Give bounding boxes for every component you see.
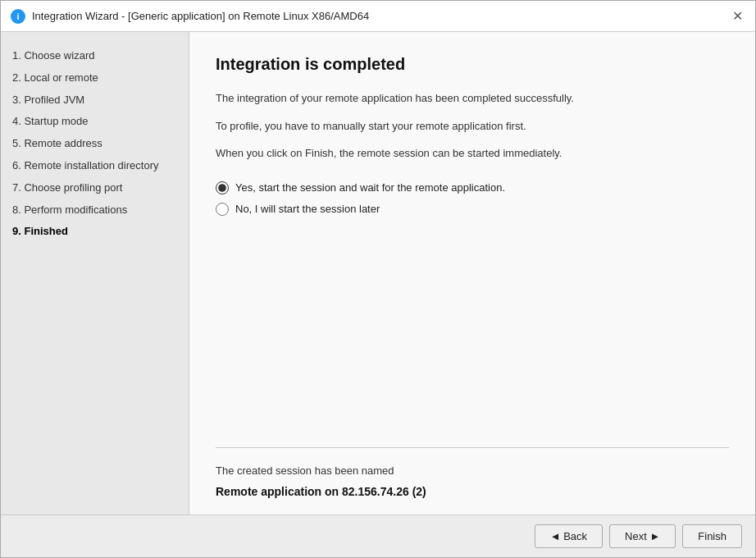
titlebar-left: i Integration Wizard - [Generic applicat… xyxy=(11,9,369,24)
application-window: i Integration Wizard - [Generic applicat… xyxy=(0,0,756,558)
app-icon: i xyxy=(11,9,25,24)
session-name-value: Remote application on 82.156.74.26 (2) xyxy=(216,485,729,498)
window-title: Integration Wizard - [Generic applicatio… xyxy=(32,10,369,22)
sidebar: 1. Choose wizard 2. Local or remote 3. P… xyxy=(1,32,189,515)
content-area: 1. Choose wizard 2. Local or remote 3. P… xyxy=(1,32,755,515)
radio-yes-label: Yes, start the session and wait for the … xyxy=(235,181,505,194)
sidebar-item-step7[interactable]: 7. Choose profiling port xyxy=(9,177,180,199)
titlebar: i Integration Wizard - [Generic applicat… xyxy=(1,1,755,32)
sidebar-item-step8[interactable]: 8. Perform modifications xyxy=(9,199,180,222)
radio-no-input[interactable] xyxy=(216,203,229,216)
divider xyxy=(216,447,729,448)
next-button[interactable]: Next ► xyxy=(609,524,676,548)
session-created-label: The created session has been named xyxy=(216,464,729,477)
radio-no-item[interactable]: No, I will start the session later xyxy=(216,203,729,216)
sidebar-item-step1[interactable]: 1. Choose wizard xyxy=(9,45,180,67)
page-title: Integration is completed xyxy=(216,55,729,74)
sidebar-item-step4[interactable]: 4. Startup mode xyxy=(9,111,180,133)
main-panel: Integration is completed The integration… xyxy=(189,32,755,515)
text-profile-instruction: To profile, you have to manually start y… xyxy=(216,118,729,135)
finish-button[interactable]: Finish xyxy=(682,524,742,548)
radio-yes-input[interactable] xyxy=(216,181,229,194)
sidebar-item-step9[interactable]: 9. Finished xyxy=(9,221,180,243)
session-start-options: Yes, start the session and wait for the … xyxy=(216,181,729,224)
sidebar-item-step2[interactable]: 2. Local or remote xyxy=(9,67,180,89)
text-completion: The integration of your remote applicati… xyxy=(216,90,729,107)
radio-yes-item[interactable]: Yes, start the session and wait for the … xyxy=(216,181,729,194)
footer: ◄ Back Next ► Finish xyxy=(1,515,755,557)
text-finish-instruction: When you click on Finish, the remote ses… xyxy=(216,145,729,162)
back-button[interactable]: ◄ Back xyxy=(535,524,603,548)
radio-no-label: No, I will start the session later xyxy=(235,203,380,215)
close-button[interactable]: ✕ xyxy=(729,8,745,25)
sidebar-item-step3[interactable]: 3. Profiled JVM xyxy=(9,89,180,112)
sidebar-item-step6[interactable]: 6. Remote installation directory xyxy=(9,155,180,177)
sidebar-item-step5[interactable]: 5. Remote address xyxy=(9,133,180,155)
